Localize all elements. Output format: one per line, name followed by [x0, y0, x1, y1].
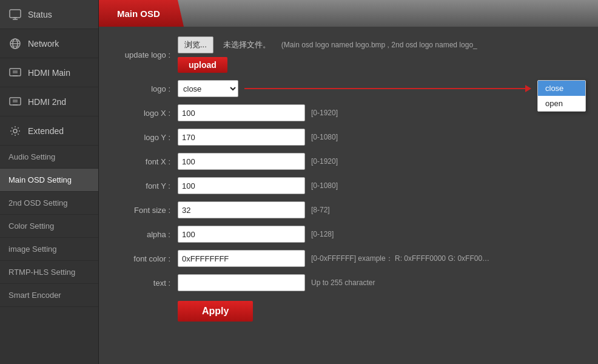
sidebar-section-label-color: Color Setting [8, 221, 54, 231]
sidebar-item-color-setting[interactable]: Color Setting [0, 215, 98, 238]
logo-dropdown: close open [537, 80, 586, 112]
font-color-hint: [0-0xFFFFFF] example： R: 0xFFFF0000 G: 0… [311, 254, 493, 264]
font-color-input[interactable] [178, 250, 305, 267]
svg-rect-11 [13, 70, 18, 73]
sidebar-item-label-network: Network [28, 39, 59, 49]
svg-rect-0 [10, 10, 21, 18]
dropdown-open[interactable]: open [538, 96, 585, 111]
sidebar-item-status[interactable]: Status [0, 0, 98, 29]
font-x-input[interactable] [178, 153, 305, 170]
globe-icon [8, 37, 22, 50]
arrow-line [244, 88, 525, 89]
sidebar-item-extended[interactable]: Extended [0, 116, 98, 146]
sidebar-item-smart-encoder[interactable]: Smart Encoder [0, 284, 98, 307]
gear-icon [8, 124, 22, 138]
sidebar-section-label-smart: Smart Encoder [8, 291, 61, 300]
sidebar-item-label-hdmi-main: HDMI Main [28, 68, 70, 78]
logo-x-row: logo X : [0-1920] [111, 104, 586, 121]
font-size-input[interactable] [178, 201, 305, 218]
alpha-label: alpha : [111, 230, 178, 239]
text-label: text : [111, 278, 178, 288]
apply-row: Apply [111, 298, 586, 322]
sidebar-item-label-hdmi-2nd: HDMI 2nd [28, 97, 66, 107]
form-area: update logo : 浏览... 未选择文件。 (Main osd log… [99, 27, 598, 364]
alpha-input[interactable] [178, 226, 305, 243]
sidebar-item-image-setting[interactable]: image Setting [0, 238, 98, 261]
monitor-icon [8, 8, 22, 21]
font-x-row: font X : [0-1920] [111, 153, 586, 170]
logo-x-hint: [0-1920] [311, 109, 338, 117]
font-x-hint: [0-1920] [311, 157, 338, 166]
logo-y-label: logo Y : [111, 133, 178, 142]
font-y-hint: [0-1080] [311, 181, 338, 190]
font-x-label: font X : [111, 157, 178, 166]
font-y-label: font Y : [111, 181, 178, 190]
logo-select[interactable]: close open [178, 80, 238, 97]
sidebar-section-label-main-osd: Main OSD Setting [8, 175, 72, 184]
browse-button[interactable]: 浏览... [178, 36, 213, 53]
file-hint: (Main osd logo named logo.bmp , 2nd osd … [281, 37, 477, 53]
logo-y-input[interactable] [178, 129, 305, 146]
sidebar-section-label-audio: Audio Setting [8, 152, 55, 161]
alpha-hint: [0-128] [311, 230, 334, 238]
sidebar-item-network[interactable]: Network [0, 29, 98, 58]
font-y-row: font Y : [0-1080] [111, 177, 586, 194]
font-y-input[interactable] [178, 177, 305, 194]
svg-point-15 [13, 129, 17, 133]
svg-rect-14 [13, 99, 18, 103]
display-icon-main [8, 66, 22, 79]
font-color-label: font color : [111, 254, 178, 263]
upload-button[interactable]: upload [178, 57, 227, 73]
sidebar-item-hdmi-2nd[interactable]: HDMI 2nd [0, 87, 98, 116]
main-content: Main OSD update logo : 浏览... 未选择文件。 (Mai… [99, 0, 598, 364]
sidebar-item-label-status: Status [28, 10, 52, 19]
logo-row: logo : close open close open [111, 80, 586, 97]
display-icon-2nd [8, 95, 22, 109]
sidebar-item-label-extended: Extended [28, 126, 64, 136]
sidebar-section-label-2nd-osd: 2nd OSD Setting [8, 198, 68, 207]
sidebar: Status Network [0, 0, 99, 364]
update-logo-row: update logo : 浏览... 未选择文件。 (Main osd log… [111, 36, 586, 73]
font-size-label: Font size : [111, 206, 178, 215]
sidebar-item-rtmp-hls-setting[interactable]: RTMP-HLS Setting [0, 261, 98, 284]
logo-y-row: logo Y : [0-1080] [111, 129, 586, 146]
logo-x-label: logo X : [111, 109, 178, 118]
text-hint: Up to 255 character [311, 278, 375, 287]
arrow-head [525, 85, 531, 92]
sidebar-section-label-rtmp: RTMP-HLS Setting [8, 268, 75, 277]
update-logo-label: update logo : [111, 50, 178, 59]
sidebar-item-main-osd-setting[interactable]: Main OSD Setting [0, 169, 98, 192]
tab-main-osd-label: Main OSD [117, 8, 160, 19]
logo-y-hint: [0-1080] [311, 133, 338, 141]
apply-button[interactable]: Apply [178, 301, 253, 322]
tab-main-osd[interactable]: Main OSD [99, 0, 184, 27]
sidebar-item-hdmi-main[interactable]: HDMI Main [0, 58, 98, 87]
alpha-row: alpha : [0-128] [111, 226, 586, 243]
dropdown-close[interactable]: close [538, 81, 585, 96]
font-color-row: font color : [0-0xFFFFFF] example： R: 0x… [111, 250, 586, 267]
font-size-hint: [8-72] [311, 206, 330, 214]
sidebar-section-label-image: image Setting [8, 244, 57, 254]
font-size-row: Font size : [8-72] [111, 201, 586, 218]
logo-label: logo : [111, 84, 178, 93]
sidebar-item-2nd-osd-setting[interactable]: 2nd OSD Setting [0, 192, 98, 215]
header: Main OSD [99, 0, 598, 27]
text-row: text : Up to 255 character [111, 274, 586, 291]
logo-x-input[interactable] [178, 104, 305, 121]
no-file-label: 未选择文件。 [223, 37, 270, 53]
text-input[interactable] [178, 274, 305, 291]
sidebar-item-audio-setting[interactable]: Audio Setting [0, 146, 98, 169]
